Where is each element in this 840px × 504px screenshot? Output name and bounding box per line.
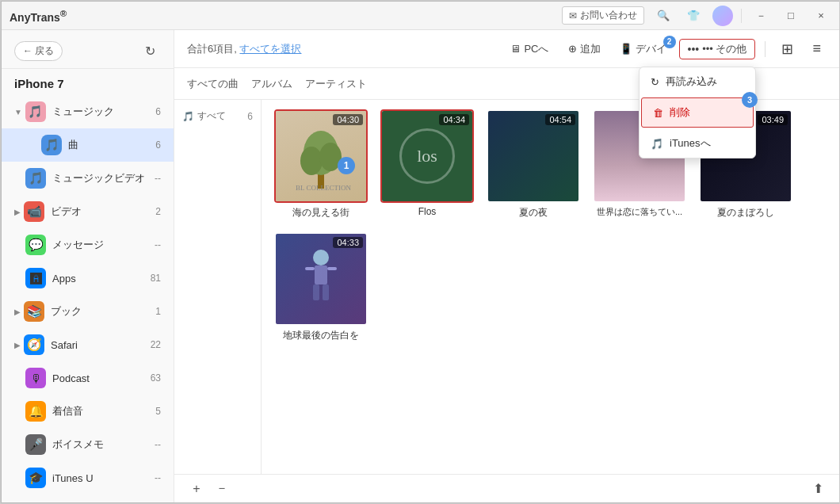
sidebar-item-podcast[interactable]: 🎙 Podcast 63 bbox=[2, 361, 174, 395]
duration-1: 04:30 bbox=[333, 114, 363, 125]
video-icon: 📹 bbox=[24, 201, 44, 222]
dropdown-delete-item[interactable]: 🗑 削除 bbox=[641, 97, 754, 128]
sidebar-item-music[interactable]: ▼ 🎵 ミュージック 6 bbox=[2, 95, 174, 128]
toolbar: 合計6項目, すべてを選択 🖥 PCへ ⊕ 追加 📱 デバイ bbox=[174, 30, 840, 68]
tab-albums[interactable]: アルバム bbox=[251, 74, 292, 94]
album-card-6[interactable]: 04:33 地球最後の告白を bbox=[274, 232, 368, 342]
email-icon: ✉ bbox=[569, 10, 577, 21]
step-1-badge: 1 bbox=[338, 157, 355, 174]
expand-icon-safari: ▶ bbox=[14, 341, 21, 349]
song-list-header: 🎵 すべて 6 bbox=[179, 106, 256, 126]
musicvideo-icon: 🎵 bbox=[25, 168, 46, 189]
svg-rect-7 bbox=[305, 267, 315, 270]
grid-view-button[interactable]: ⊞ bbox=[775, 37, 800, 61]
add-button[interactable]: ⊕ 追加 bbox=[562, 39, 607, 59]
close-button[interactable]: × bbox=[810, 7, 832, 25]
sidebar-item-ringtone[interactable]: 🔔 着信音 5 bbox=[2, 395, 174, 428]
safari-icon: 🧭 bbox=[24, 334, 44, 355]
itunesu-icon: 🎓 bbox=[25, 468, 46, 488]
pc-button[interactable]: 🖥 PCへ bbox=[504, 39, 555, 59]
music-icon: 🎵 bbox=[25, 101, 46, 122]
list-view-button[interactable]: ≡ bbox=[806, 37, 827, 60]
sidebar-header: ← 戻る ↻ bbox=[2, 30, 174, 69]
sidebar-item-song[interactable]: 🎵 曲 6 bbox=[2, 128, 174, 162]
album-art-3: 04:54 bbox=[488, 111, 578, 201]
maximize-button[interactable]: □ bbox=[780, 7, 802, 25]
dropdown-reload-item[interactable]: ↻ 再読み込み bbox=[640, 67, 755, 96]
ringtone-icon: 🔔 bbox=[25, 401, 46, 422]
expand-icon-music: ▼ bbox=[14, 108, 22, 116]
song-list-count: 6 bbox=[247, 111, 253, 122]
add-song-button[interactable]: + bbox=[187, 479, 206, 498]
bottom-bar: + － ⬆ bbox=[174, 474, 840, 502]
sidebar-item-voicememo[interactable]: 🎤 ボイスメモ -- bbox=[2, 428, 174, 461]
dropdown-menu: ↻ 再読み込み 🗑 削除 🎵 iTunesへ bbox=[639, 67, 756, 158]
apps-icon: 🅰 bbox=[25, 268, 46, 288]
grid-row-2: 04:33 地球最後の告白を bbox=[274, 232, 827, 342]
album-card-3[interactable]: 04:54 夏の夜 bbox=[487, 109, 580, 220]
album-card-2[interactable]: los 04:34 Flos bbox=[380, 109, 474, 220]
device-icon: 📱 bbox=[620, 43, 632, 55]
svg-rect-10 bbox=[323, 284, 329, 300]
search-button[interactable]: 🔍 bbox=[652, 7, 674, 25]
flos-circle: los bbox=[399, 128, 455, 184]
messages-icon: 💬 bbox=[25, 235, 46, 255]
sidebar-item-video[interactable]: ▶ 📹 ビデオ 2 bbox=[2, 195, 174, 228]
expand-icon-video: ▶ bbox=[14, 208, 21, 216]
sidebar: ← 戻る ↻ iPhone 7 ▼ 🎵 ミュージック 6 🎵 曲 6 🎵 ミ bbox=[2, 30, 174, 502]
sidebar-item-safari[interactable]: ▶ 🧭 Safari 22 bbox=[2, 328, 174, 361]
add-icon: ⊕ bbox=[568, 43, 577, 55]
reload-icon: ↻ bbox=[651, 76, 659, 88]
svg-rect-6 bbox=[315, 265, 327, 284]
song-list-icon: 🎵 bbox=[182, 111, 194, 122]
minimize-button[interactable]: － bbox=[750, 7, 772, 25]
step-2-badge: 2 bbox=[663, 36, 676, 48]
delete-icon: 🗑 bbox=[653, 107, 663, 119]
itunes-icon: 🎵 bbox=[651, 138, 663, 150]
duration-5: 03:49 bbox=[758, 114, 788, 125]
device-name: iPhone 7 bbox=[2, 69, 174, 95]
device-button[interactable]: 📱 デバイ 2 bbox=[613, 39, 673, 59]
tab-all-songs[interactable]: すべての曲 bbox=[187, 74, 239, 94]
dropdown-itunes-item[interactable]: 🎵 iTunesへ bbox=[640, 129, 755, 158]
select-all-link[interactable]: すべてを選択 bbox=[239, 43, 301, 55]
duration-2: 04:34 bbox=[439, 114, 469, 125]
toolbar-divider bbox=[765, 41, 766, 57]
svg-rect-9 bbox=[313, 284, 319, 300]
album-thumb-6: 04:33 bbox=[274, 232, 368, 326]
divider bbox=[741, 9, 742, 23]
svg-point-5 bbox=[313, 250, 329, 265]
sidebar-item-messages[interactable]: 💬 メッセージ -- bbox=[2, 228, 174, 262]
pc-icon: 🖥 bbox=[510, 43, 521, 55]
song-list-panel: 🎵 すべて 6 bbox=[174, 100, 262, 474]
back-button[interactable]: ← 戻る bbox=[14, 41, 63, 61]
app-title: AnyTrans® bbox=[10, 8, 67, 24]
duration-3: 04:54 bbox=[545, 114, 575, 125]
books-icon: 📚 bbox=[24, 301, 44, 322]
svg-point-2 bbox=[300, 147, 323, 175]
sidebar-item-apps[interactable]: 🅰 Apps 81 bbox=[2, 262, 174, 295]
album-thumb-1: BL COLLECTION 04:30 bbox=[274, 109, 368, 203]
sidebar-item-books[interactable]: ▶ 📚 ブック 1 bbox=[2, 295, 174, 328]
tshirt-icon-button[interactable]: 👕 bbox=[682, 7, 704, 25]
more-button[interactable]: ••• ••• その他 bbox=[679, 39, 756, 59]
album-art-2: los 04:34 bbox=[382, 111, 472, 201]
svg-text:BL COLLECTION: BL COLLECTION bbox=[296, 184, 351, 192]
avatar[interactable] bbox=[712, 6, 733, 26]
album-art-1: BL COLLECTION 04:30 bbox=[276, 111, 366, 201]
sidebar-item-musicvideo[interactable]: 🎵 ミュージックビデオ -- bbox=[2, 162, 174, 195]
tab-artists[interactable]: アーティスト bbox=[305, 74, 367, 94]
contact-button[interactable]: ✉ お問い合わせ bbox=[562, 6, 644, 25]
export-button[interactable]: ⬆ bbox=[808, 479, 827, 498]
album-art-6: 04:33 bbox=[276, 234, 366, 324]
remove-song-button[interactable]: － bbox=[212, 479, 231, 498]
more-icon: ••• bbox=[688, 43, 700, 55]
sidebar-item-itunesu[interactable]: 🎓 iTunes U -- bbox=[2, 461, 174, 494]
step-3-badge: 3 bbox=[742, 92, 758, 108]
refresh-button[interactable]: ↻ bbox=[139, 40, 161, 62]
album-thumb-2: los 04:34 bbox=[380, 109, 474, 203]
expand-icon-books: ▶ bbox=[14, 307, 21, 316]
podcast-icon: 🎙 bbox=[25, 368, 46, 388]
title-bar: AnyTrans® ✉ お問い合わせ 🔍 👕 － □ × bbox=[2, 2, 840, 30]
voicememo-icon: 🎤 bbox=[25, 434, 46, 455]
